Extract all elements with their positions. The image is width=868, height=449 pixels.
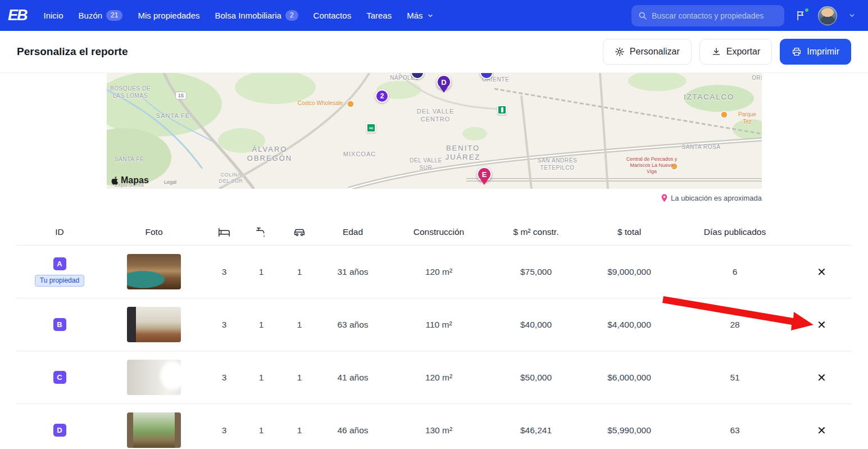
bed-icon <box>206 226 243 238</box>
beds-value: 3 <box>206 373 243 383</box>
property-photo[interactable] <box>127 360 181 395</box>
map-poi-label: Costco Wholesale <box>298 100 343 107</box>
location-pin-icon <box>661 194 668 202</box>
map-label: DEL VALLE SUR <box>408 157 443 171</box>
map-canvas[interactable]: BOSQUES DE LAS LOMAS 15 SANTA FE SANTA F… <box>107 73 762 189</box>
age-value: 63 años <box>319 320 387 330</box>
nav-item-buzon[interactable]: Buzón 21 <box>79 10 123 21</box>
nav-right <box>631 5 856 26</box>
beds-value: 3 <box>206 320 243 330</box>
col-header-edad: Edad <box>319 227 387 237</box>
nav-item-contactos[interactable]: Contactos <box>313 11 352 20</box>
map-label: BENITO JUÁREZ <box>442 144 484 162</box>
nav-item-mas[interactable]: Más <box>407 11 433 20</box>
property-id-badge: C <box>53 371 66 384</box>
total-price-value: $9,000,000 <box>581 267 678 277</box>
map-poi-label: Parque Tez <box>738 111 756 125</box>
map-section: BOSQUES DE LAS LOMAS 15 SANTA FE SANTA F… <box>0 73 868 204</box>
remove-row-button[interactable]: ✕ <box>817 319 826 330</box>
price-per-m2-value: $75,000 <box>491 267 581 277</box>
map-pin-d[interactable]: D <box>437 75 451 89</box>
search-icon <box>638 11 647 20</box>
account-chevron-icon[interactable] <box>848 12 856 19</box>
bath-icon <box>243 226 280 238</box>
car-icon <box>280 226 319 238</box>
beds-value: 3 <box>206 267 243 277</box>
construction-value: 120 m² <box>387 267 491 277</box>
report-header: Personaliza el reporte Personalizar Expo… <box>0 31 868 73</box>
header-actions: Personalizar Exportar Imprimir <box>603 39 851 65</box>
price-per-m2-value: $40,000 <box>491 320 581 330</box>
table-row: A Tu propiedad 3 1 1 31 años 120 m² $75,… <box>17 246 851 298</box>
table-row: B 3 1 1 63 años 110 m² $40,000 $4,400,00… <box>17 298 851 351</box>
col-header-dias: Días publicados <box>678 227 792 237</box>
user-avatar[interactable] <box>818 6 837 25</box>
map-label: ÁLVARO OBREGÓN <box>239 145 301 164</box>
price-per-m2-value: $50,000 <box>491 373 581 383</box>
map-label: IZTACALCO <box>684 93 734 102</box>
remove-row-button[interactable]: ✕ <box>817 425 826 436</box>
baths-value: 1 <box>243 373 280 383</box>
col-header-foto: Foto <box>102 227 206 237</box>
notifications-flag[interactable] <box>796 10 807 22</box>
map-label: SAN ANDRÉS TETEPILCO <box>535 157 580 171</box>
metrobus-4a-icon[interactable]: 4A <box>366 123 376 133</box>
table-row: D 3 1 1 46 años 130 m² $46,241 $5,990,00… <box>17 404 851 449</box>
parking-value: 1 <box>280 373 319 383</box>
parking-value: 1 <box>280 267 319 277</box>
nav-item-tareas[interactable]: Tareas <box>366 11 392 20</box>
total-price-value: $6,000,000 <box>581 373 678 383</box>
map-attribution: Mapas <box>111 175 149 185</box>
map-label: ORI <box>752 75 762 82</box>
col-header-total: $ total <box>581 227 678 237</box>
nav-item-mis-propiedades[interactable]: Mis propiedades <box>138 11 199 20</box>
comparables-table: ID Foto Edad Construcción $ m² constr. $… <box>17 219 851 449</box>
exportar-button[interactable]: Exportar <box>699 39 772 65</box>
top-navigation: EB Inicio Buzón 21 Mis propiedades Bolsa… <box>0 0 868 31</box>
property-photo[interactable] <box>127 307 181 342</box>
map-marker-2[interactable]: 2 <box>375 89 389 103</box>
property-id-badge: A <box>53 257 66 270</box>
map-label: COLINA DEL SUR <box>215 172 247 185</box>
days-published-value: 51 <box>678 373 792 383</box>
nav-item-bolsa-inmobiliaria[interactable]: Bolsa Inmobiliaria 2 <box>215 10 298 21</box>
personalizar-button[interactable]: Personalizar <box>603 39 692 65</box>
search-input[interactable] <box>652 11 778 20</box>
chevron-down-icon <box>427 12 434 19</box>
baths-value: 1 <box>243 425 280 436</box>
imprimir-button[interactable]: Imprimir <box>780 39 851 65</box>
map-label: SANTA FE <box>156 112 190 120</box>
printer-icon <box>792 47 802 57</box>
nav-item-inicio[interactable]: Inicio <box>44 11 63 20</box>
global-search[interactable] <box>631 5 784 26</box>
map-label: DEL VALLE CENTRO <box>413 108 457 124</box>
days-published-value: 63 <box>678 425 792 436</box>
download-icon <box>711 47 721 57</box>
bolsa-count-badge: 2 <box>285 10 298 21</box>
construction-value: 120 m² <box>387 373 491 383</box>
days-published-value: 6 <box>678 267 792 277</box>
location-approximate-note: La ubicación es aproximada <box>661 194 762 202</box>
your-property-tag: Tu propiedad <box>35 275 84 287</box>
age-value: 41 años <box>319 373 387 383</box>
property-photo[interactable] <box>127 412 181 448</box>
map-legal-link[interactable]: Legal <box>164 179 176 185</box>
easybroker-logo[interactable]: EB <box>8 7 27 24</box>
parking-value: 1 <box>280 425 319 436</box>
map-pin-e[interactable]: E <box>477 167 492 182</box>
price-per-m2-value: $46,241 <box>491 425 581 436</box>
transit-station-icon[interactable] <box>497 105 507 115</box>
table-row: C 3 1 1 41 años 120 m² $50,000 $6,000,00… <box>17 351 851 404</box>
remove-row-button[interactable]: ✕ <box>817 372 826 383</box>
notification-dot <box>805 8 809 12</box>
baths-value: 1 <box>243 267 280 277</box>
beds-value: 3 <box>206 425 243 436</box>
age-value: 46 años <box>319 425 387 436</box>
col-header-m2: $ m² constr. <box>491 227 581 237</box>
col-header-id: ID <box>17 227 102 237</box>
buzon-count-badge: 21 <box>106 10 122 21</box>
remove-row-button[interactable]: ✕ <box>817 266 826 278</box>
property-photo[interactable] <box>127 254 181 289</box>
construction-value: 130 m² <box>387 425 491 436</box>
gear-icon <box>615 47 625 57</box>
